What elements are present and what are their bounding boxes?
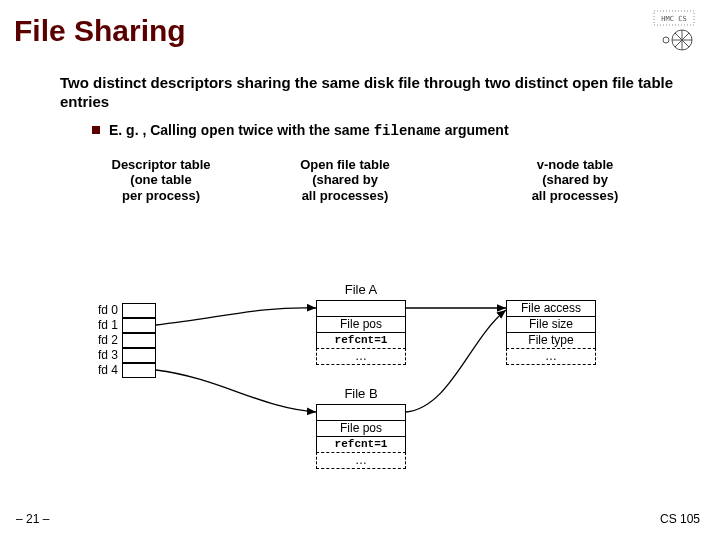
bullet-square-icon bbox=[92, 126, 100, 134]
bullet-item: E. g. , Calling open twice with the same… bbox=[0, 112, 720, 139]
col-header-descriptor: Descriptor table(one tableper process) bbox=[0, 157, 230, 204]
course-logo: HMC CS bbox=[652, 10, 704, 58]
svg-text:HMC CS: HMC CS bbox=[661, 15, 686, 23]
slide-title: File Sharing bbox=[0, 0, 720, 48]
slide-subhead: Two distinct descriptors sharing the sam… bbox=[0, 48, 720, 112]
slide-number: – 21 – bbox=[16, 512, 49, 526]
diagram: fd 0 fd 1 fd 2 fd 3 fd 4 File A File pos… bbox=[0, 278, 720, 498]
bullet-text: E. g. , Calling open twice with the same… bbox=[109, 122, 509, 139]
col-header-vnode: v-node table(shared byall processes) bbox=[460, 157, 690, 204]
course-code: CS 105 bbox=[660, 512, 700, 526]
arrows-svg bbox=[0, 278, 720, 498]
svg-point-7 bbox=[663, 37, 669, 43]
col-header-openfile: Open file table(shared byall processes) bbox=[230, 157, 460, 204]
column-headers: Descriptor table(one tableper process) O… bbox=[0, 139, 720, 204]
